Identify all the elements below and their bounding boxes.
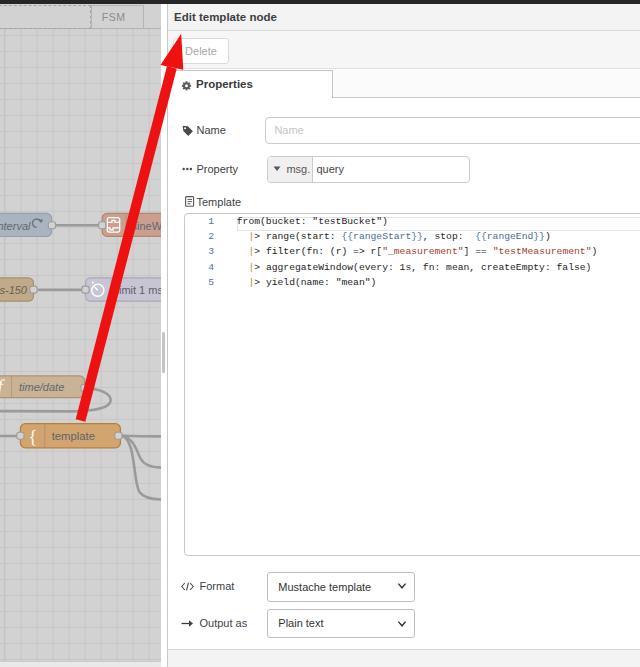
svg-text:limit 1 ms: limit 1 ms [117, 284, 162, 296]
svg-text:{: { [28, 426, 37, 447]
svg-text:ms-150: ms-150 [0, 284, 28, 296]
svg-text:time/date: time/date [19, 381, 64, 393]
svg-text:interval: interval [0, 220, 31, 232]
svg-text:template: template [52, 430, 95, 442]
svg-text:sineWave: sineWave [132, 220, 162, 232]
